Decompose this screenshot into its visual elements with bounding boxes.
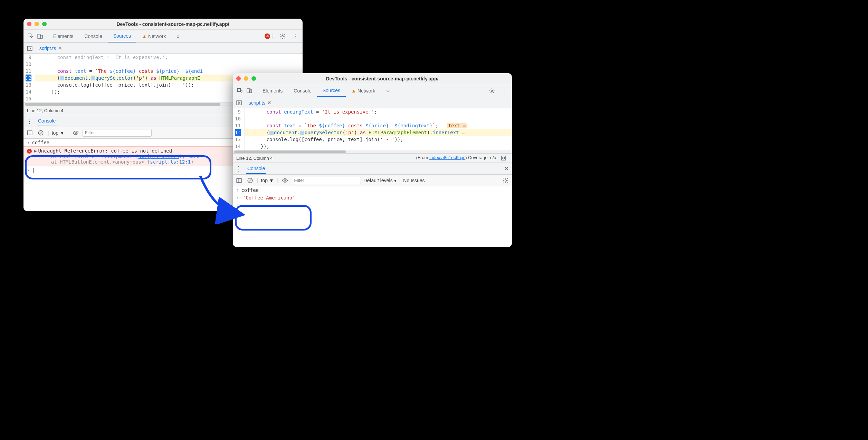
toggle-sidebar-icon[interactable] bbox=[26, 129, 34, 137]
clear-console-icon[interactable] bbox=[246, 176, 254, 185]
window-title: DevTools - consistent-source-map-pc.netl… bbox=[47, 21, 299, 27]
file-tab-script[interactable]: script.ts ✕ bbox=[37, 46, 65, 51]
gutter-line: 9 bbox=[235, 108, 241, 115]
property-badge-icon bbox=[300, 131, 304, 135]
main-toolbar: Elements Console Sources ▲Network » ⋮ bbox=[233, 84, 512, 97]
settings-icon[interactable] bbox=[278, 31, 287, 41]
tab-sources[interactable]: Sources bbox=[108, 30, 136, 42]
console-filter-input[interactable] bbox=[83, 129, 152, 137]
drawer-tab-console[interactable]: Console bbox=[37, 116, 57, 126]
svg-point-3 bbox=[282, 35, 284, 37]
tab-console[interactable]: Console bbox=[79, 30, 107, 42]
minimize-window-button[interactable] bbox=[35, 22, 39, 26]
context-label: top bbox=[52, 130, 58, 136]
svg-line-9 bbox=[39, 131, 42, 134]
svg-point-14 bbox=[491, 90, 493, 91]
console-prompt[interactable]: › bbox=[233, 202, 512, 209]
warning-icon: ▲ bbox=[142, 33, 147, 39]
inspect-element-icon[interactable] bbox=[235, 86, 245, 96]
horizontal-scrollbar[interactable] bbox=[233, 150, 512, 153]
console-output-text: 'Coffee Americano' bbox=[243, 195, 295, 201]
file-tab-bar: script.ts ✕ bbox=[233, 97, 512, 108]
code-line: const endingText = 'It is expensive.'; bbox=[35, 54, 303, 61]
stack-link[interactable]: script.ts:12:4 bbox=[139, 154, 179, 159]
svg-point-23 bbox=[505, 179, 507, 181]
minimize-window-button[interactable] bbox=[244, 76, 248, 81]
code-line: const text = `The ${coffee} costs ${pric… bbox=[245, 122, 512, 129]
drawer-menu-icon[interactable]: ⋮ bbox=[236, 165, 242, 173]
issues-indicator[interactable]: No Issues bbox=[403, 178, 425, 183]
toggle-sidebar-icon[interactable] bbox=[235, 176, 243, 185]
settings-icon[interactable] bbox=[487, 86, 497, 96]
console-filter-input[interactable] bbox=[292, 177, 361, 184]
console-settings-icon[interactable] bbox=[502, 176, 510, 185]
file-tab-script[interactable]: script.ts ✕ bbox=[246, 100, 274, 106]
traffic-lights bbox=[236, 76, 256, 81]
stack-link[interactable]: script.ts:12:1 bbox=[150, 159, 191, 165]
tab-console[interactable]: Console bbox=[288, 84, 317, 97]
maximize-window-button[interactable] bbox=[251, 76, 256, 81]
cursor-position: Line 12, Column 4 bbox=[236, 156, 273, 161]
main-toolbar: Elements Console Sources ▲Network » ✕1 ⋮ bbox=[23, 30, 303, 43]
tab-network-label: Network bbox=[357, 88, 375, 94]
property-badge-icon bbox=[269, 131, 274, 135]
gutter-line-current: 12 bbox=[26, 75, 31, 81]
close-window-button[interactable] bbox=[236, 76, 241, 81]
svg-rect-4 bbox=[27, 46, 32, 50]
inline-value-badge: text = bbox=[447, 123, 467, 128]
source-code-editor[interactable]: 9 10 11 12 13 14 const endingText = 'It … bbox=[233, 108, 512, 150]
source-map-info: (From index.a8c1ec6b.js) Coverage: n/a bbox=[416, 153, 508, 163]
coverage-reload-icon[interactable] bbox=[499, 153, 508, 163]
tab-elements[interactable]: Elements bbox=[48, 30, 79, 42]
close-tab-icon[interactable]: ✕ bbox=[267, 100, 271, 106]
device-toolbar-icon[interactable] bbox=[35, 31, 45, 41]
close-drawer-icon[interactable]: ✕ bbox=[504, 165, 509, 173]
editor-status-bar: Line 12, Column 4 (From index.a8c1ec6b.j… bbox=[233, 153, 512, 163]
maximize-window-button[interactable] bbox=[42, 22, 47, 26]
line-gutter: 9 10 11 12 13 14 bbox=[233, 108, 245, 150]
tab-network-label: Network bbox=[148, 33, 166, 39]
inspect-element-icon[interactable] bbox=[26, 31, 35, 41]
coverage-value: n/a bbox=[490, 155, 496, 160]
error-count: 1 bbox=[271, 33, 274, 39]
drawer-tab-console[interactable]: Console bbox=[246, 163, 266, 174]
kebab-menu-icon[interactable]: ⋮ bbox=[500, 86, 510, 96]
code-line bbox=[245, 115, 512, 122]
gutter-line: 13 bbox=[235, 136, 241, 143]
drawer-menu-icon[interactable]: ⋮ bbox=[26, 117, 32, 125]
gutter-line: 15 bbox=[26, 95, 31, 102]
window-title: DevTools - consistent-source-map-pc.netl… bbox=[256, 76, 508, 81]
traffic-lights bbox=[27, 22, 47, 26]
tab-network[interactable]: ▲Network bbox=[136, 30, 171, 42]
show-navigator-icon[interactable] bbox=[25, 43, 35, 53]
expand-icon[interactable]: ▶ bbox=[34, 148, 37, 154]
tab-elements[interactable]: Elements bbox=[257, 84, 288, 97]
live-expression-icon[interactable] bbox=[281, 176, 289, 185]
console-body[interactable]: coffee 'Coffee Americano' › bbox=[233, 186, 512, 247]
console-input-text: coffee bbox=[32, 140, 49, 145]
device-toolbar-icon[interactable] bbox=[245, 86, 254, 96]
live-expression-icon[interactable] bbox=[71, 129, 80, 137]
code-line: const endingText = 'It is expensive.'; bbox=[245, 108, 512, 115]
tab-sources[interactable]: Sources bbox=[317, 84, 346, 97]
property-badge-icon bbox=[60, 76, 64, 80]
close-tab-icon[interactable]: ✕ bbox=[58, 46, 62, 51]
tabs-overflow-button[interactable]: » bbox=[381, 84, 394, 97]
kebab-menu-icon[interactable]: ⋮ bbox=[291, 31, 301, 41]
svg-rect-18 bbox=[237, 178, 241, 183]
tab-network[interactable]: ▲Network bbox=[346, 84, 381, 97]
clear-console-icon[interactable] bbox=[37, 129, 45, 137]
code-line: }); bbox=[245, 143, 512, 150]
error-count-badge[interactable]: ✕1 bbox=[265, 33, 274, 39]
tabs-overflow-button[interactable]: » bbox=[171, 30, 185, 42]
source-map-link[interactable]: index.a8c1ec6b.js bbox=[429, 155, 465, 160]
show-navigator-icon[interactable] bbox=[234, 98, 244, 108]
execution-context-selector[interactable]: top ▼ bbox=[52, 130, 65, 136]
log-levels-selector[interactable]: Default levels ▾ bbox=[364, 178, 397, 183]
gutter-line: 14 bbox=[26, 88, 31, 95]
close-window-button[interactable] bbox=[27, 22, 31, 26]
file-tab-label: script.ts bbox=[39, 46, 56, 51]
titlebar: DevTools - consistent-source-map-pc.netl… bbox=[233, 73, 512, 84]
execution-context-selector[interactable]: top ▼ bbox=[261, 178, 274, 183]
console-output-row: 'Coffee Americano' bbox=[233, 194, 512, 202]
